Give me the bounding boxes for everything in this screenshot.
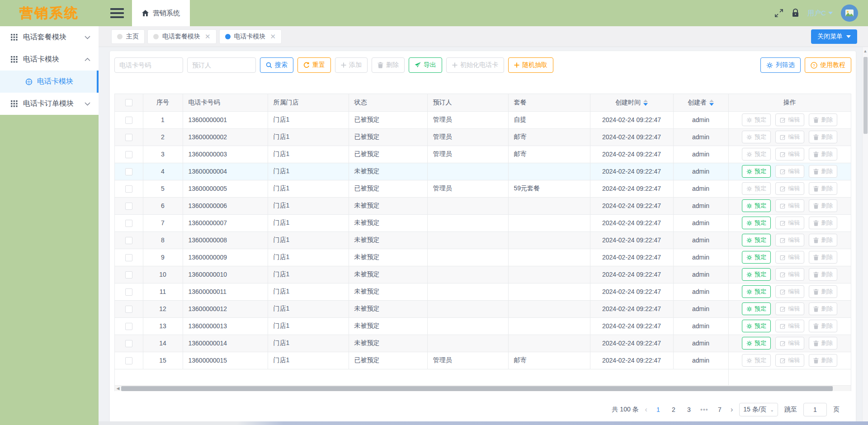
column-header-creator[interactable]: 创建者: [673, 94, 728, 111]
bottom-scrollbar-strip[interactable]: [99, 421, 868, 425]
sidebar-item-phone-card-module[interactable]: 电话卡模块: [0, 48, 99, 71]
sort-icons[interactable]: [643, 99, 648, 106]
next-page-arrow[interactable]: ›: [731, 406, 733, 414]
fullscreen-icon[interactable]: [774, 9, 783, 18]
add-button[interactable]: 添加: [335, 57, 368, 73]
delete-button[interactable]: 删除: [809, 234, 837, 246]
row-checkbox[interactable]: [125, 134, 132, 141]
column-header-created[interactable]: 创建时间: [590, 94, 673, 111]
reserve-button[interactable]: 预定: [742, 268, 771, 281]
row-checkbox[interactable]: [125, 117, 132, 124]
reserve-button[interactable]: 预定: [742, 182, 771, 195]
row-checkbox[interactable]: [125, 237, 132, 244]
delete-button[interactable]: 删除: [809, 182, 837, 195]
edit-button[interactable]: 编辑: [775, 320, 804, 332]
reserve-button[interactable]: 预定: [742, 234, 771, 246]
row-checkbox[interactable]: [125, 306, 132, 313]
delete-button[interactable]: 删除: [809, 268, 837, 281]
scroll-left-arrow-icon[interactable]: ◀: [115, 386, 121, 392]
init-card-button[interactable]: 初始化电话卡: [446, 57, 504, 73]
row-checkbox[interactable]: [125, 357, 132, 364]
row-checkbox[interactable]: [125, 271, 132, 279]
delete-button[interactable]: 删除: [809, 251, 837, 264]
delete-button[interactable]: 删除: [809, 354, 837, 367]
row-checkbox[interactable]: [125, 340, 132, 347]
select-all-checkbox[interactable]: [125, 99, 132, 106]
close-menu-button[interactable]: 关闭菜单: [811, 29, 857, 44]
edit-button[interactable]: 编辑: [775, 131, 804, 143]
edit-button[interactable]: 编辑: [775, 268, 804, 281]
page-1[interactable]: 1: [654, 406, 663, 413]
edit-button[interactable]: 编辑: [775, 148, 804, 161]
delete-button[interactable]: 删除: [809, 148, 837, 161]
delete-button[interactable]: 删除: [809, 165, 837, 178]
random-pick-button[interactable]: 随机抽取: [508, 57, 553, 73]
close-icon[interactable]: ✕: [270, 33, 276, 41]
tab-phone-package-module[interactable]: 电话套餐模块 ✕: [147, 29, 217, 44]
delete-button[interactable]: 删除: [809, 302, 837, 315]
reserve-button[interactable]: 预定: [742, 217, 771, 229]
edit-button[interactable]: 编辑: [775, 182, 804, 195]
reserve-button[interactable]: 预定: [742, 354, 771, 367]
reserve-button[interactable]: 预定: [742, 113, 771, 126]
row-checkbox[interactable]: [125, 323, 132, 330]
reserve-button[interactable]: 预定: [742, 131, 771, 143]
reserve-button[interactable]: 预定: [742, 199, 771, 212]
page-size-select[interactable]: 15 条/页 ⌄: [739, 403, 778, 416]
page-ellipsis[interactable]: •••: [700, 406, 709, 413]
vertical-scrollbar-thumb[interactable]: [863, 57, 868, 134]
row-checkbox[interactable]: [125, 254, 132, 261]
delete-button[interactable]: 删除: [809, 320, 837, 332]
user-menu[interactable]: 用户C: [807, 9, 833, 18]
row-checkbox[interactable]: [125, 151, 132, 158]
tab-phone-card-module[interactable]: 电话卡模块 ✕: [219, 29, 282, 44]
reserve-button[interactable]: 预定: [742, 320, 771, 332]
search-button[interactable]: 搜索: [260, 57, 293, 73]
row-checkbox[interactable]: [125, 185, 132, 193]
page-2[interactable]: 2: [669, 406, 678, 413]
row-checkbox[interactable]: [125, 220, 132, 227]
jump-page-input[interactable]: [803, 403, 827, 416]
delete-button[interactable]: 删除: [809, 217, 837, 229]
edit-button[interactable]: 编辑: [775, 354, 804, 367]
edit-button[interactable]: 编辑: [775, 302, 804, 315]
edit-button[interactable]: 编辑: [775, 199, 804, 212]
delete-button[interactable]: 删除: [809, 113, 837, 126]
reserve-button[interactable]: 预定: [742, 165, 771, 178]
delete-button[interactable]: 删除: [809, 199, 837, 212]
sidebar-item-phone-package-module[interactable]: 电话套餐模块: [0, 26, 99, 48]
edit-button[interactable]: 编辑: [775, 234, 804, 246]
card-number-input[interactable]: [114, 57, 183, 73]
edit-button[interactable]: 编辑: [775, 165, 804, 178]
reserve-button[interactable]: 预定: [742, 302, 771, 315]
edit-button[interactable]: 编辑: [775, 337, 804, 349]
horizontal-scrollbar-thumb[interactable]: [121, 386, 833, 391]
tab-home[interactable]: 主页: [111, 29, 145, 44]
reserve-button[interactable]: 预定: [742, 251, 771, 264]
page-3[interactable]: 3: [684, 406, 693, 413]
reserve-button[interactable]: 预定: [742, 148, 771, 161]
delete-button[interactable]: 删除: [809, 131, 837, 143]
prev-page-arrow[interactable]: ‹: [645, 406, 647, 414]
close-icon[interactable]: ✕: [205, 33, 211, 41]
edit-button[interactable]: 编辑: [775, 217, 804, 229]
reserve-button[interactable]: 预定: [742, 285, 771, 298]
scroll-up-arrow-icon[interactable]: ▲: [863, 47, 868, 53]
reserver-input[interactable]: [187, 57, 256, 73]
row-checkbox[interactable]: [125, 203, 132, 210]
row-checkbox[interactable]: [125, 168, 132, 175]
delete-button[interactable]: 删除: [809, 337, 837, 349]
edit-button[interactable]: 编辑: [775, 285, 804, 298]
tutorial-button[interactable]: ? 使用教程: [805, 57, 851, 73]
page-7[interactable]: 7: [715, 406, 724, 413]
column-filter-button[interactable]: 列筛选: [760, 57, 801, 73]
delete-button[interactable]: 删除: [809, 285, 837, 298]
row-checkbox[interactable]: [125, 288, 132, 296]
sort-icons[interactable]: [709, 99, 714, 106]
edit-button[interactable]: 编辑: [775, 251, 804, 264]
horizontal-scrollbar[interactable]: ◀: [115, 385, 851, 391]
lock-icon[interactable]: [792, 9, 799, 18]
edit-button[interactable]: 编辑: [775, 113, 804, 126]
reset-button[interactable]: 重置: [297, 57, 331, 73]
export-button[interactable]: 导出: [409, 57, 442, 73]
